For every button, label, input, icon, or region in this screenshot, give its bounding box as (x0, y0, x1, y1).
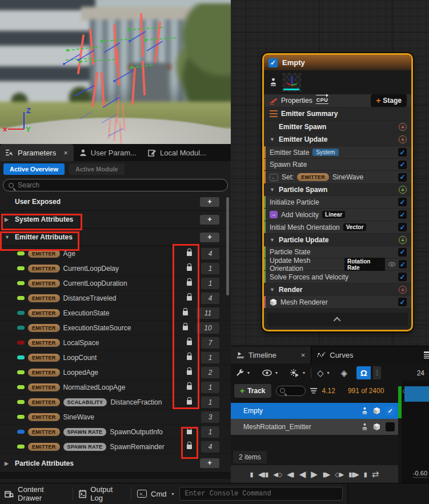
next-key-button[interactable]: ◇▶ (335, 471, 343, 478)
module-update-mesh-orientation[interactable]: Update Mesh Orientation Rotation Rate ✓ (264, 258, 411, 271)
snap-magnet-button[interactable]: Ω (356, 366, 371, 379)
more-options-icon[interactable]: ⋮ (373, 366, 381, 379)
chevron-right-icon[interactable]: ▶ (5, 461, 10, 466)
track-enabled-checkbox[interactable]: ✓ (386, 406, 395, 415)
add-module-icon[interactable]: + (399, 236, 407, 244)
scrollbar[interactable] (226, 197, 229, 295)
section-emitter-spawn[interactable]: Emitter Spawn + (264, 121, 411, 133)
module-spawn-rate[interactable]: Spawn Rate ✓ (264, 159, 411, 171)
console-input[interactable] (185, 490, 338, 498)
loop-icon[interactable]: ⇄ (372, 469, 379, 479)
module-enabled-checkbox[interactable]: ✓ (398, 223, 407, 231)
section-render[interactable]: ▼ Render + (264, 283, 411, 296)
emitter-enabled-checkbox[interactable]: ✓ (268, 58, 278, 67)
add-renderer-icon[interactable]: + (399, 286, 407, 294)
tab-curves[interactable]: Curves (311, 346, 359, 363)
add-stage-button[interactable]: + Stage (371, 94, 407, 107)
properties-row[interactable]: Properties CPU + Stage (264, 94, 411, 107)
chevron-down-icon[interactable]: ▼ (270, 287, 275, 293)
go-to-start-button[interactable]: ▮ (250, 471, 253, 478)
module-solve-forces[interactable]: Solve Forces and Velocity ✓ (264, 271, 411, 283)
cmd-selector[interactable]: >_ Cmd ▾ (137, 490, 174, 498)
cube-icon[interactable] (373, 423, 380, 431)
eye-icon[interactable] (388, 262, 395, 267)
console-command-field[interactable] (179, 487, 343, 501)
person-icon[interactable] (362, 423, 368, 431)
playhead-strip[interactable] (398, 386, 402, 418)
track-search[interactable] (276, 386, 306, 396)
person-icon[interactable] (362, 407, 368, 415)
render-options-icon[interactable] (290, 369, 299, 377)
module-emitter-state[interactable]: Emitter State System ✓ (264, 146, 411, 159)
module-initialize-particle[interactable]: Initialize Particle ✓ (264, 196, 411, 209)
auto-key-icon[interactable]: ◈ (341, 368, 348, 378)
node-collapse-button[interactable] (267, 313, 408, 326)
cpu-badge[interactable]: CPU (316, 97, 329, 104)
add-parameter-button[interactable]: + (200, 233, 219, 242)
emitter-node-header[interactable]: ✓ Empty (264, 55, 411, 70)
tab-timeline[interactable]: Timeline × (231, 346, 311, 363)
preview-viewport[interactable]: Z x Y (0, 0, 231, 144)
jump-back-button[interactable]: ◀▮▮ (258, 471, 268, 478)
module-enabled-checkbox[interactable]: ✓ (398, 298, 407, 306)
section-user-exposed[interactable]: User Exposed + (0, 193, 231, 211)
emitter-node-empty[interactable]: ✓ Empty Properties CPU + Stage Emitter S… (262, 53, 413, 331)
module-enabled-checkbox[interactable]: ✓ (398, 273, 407, 281)
add-module-icon[interactable]: + (399, 135, 407, 143)
play-reverse-button[interactable]: ◀ (299, 469, 306, 479)
content-drawer-button[interactable]: Content Drawer (5, 485, 67, 502)
cube-icon[interactable] (373, 407, 380, 415)
wrench-icon[interactable] (235, 369, 244, 377)
add-parameter-button[interactable]: + (200, 197, 219, 207)
parameter-row[interactable]: EMITTER SineWave 3 (0, 410, 231, 425)
add-parameter-button[interactable]: + (200, 458, 219, 468)
search-input[interactable] (18, 181, 199, 189)
add-track-button[interactable]: + Track (234, 384, 271, 398)
module-enabled-checkbox[interactable]: ✓ (398, 173, 407, 182)
active-overview-button[interactable]: Active Overview (3, 163, 65, 175)
add-parameter-button[interactable]: + (200, 215, 219, 225)
chevron-down-icon[interactable]: ▼ (270, 187, 275, 193)
track-row-meshrotation[interactable]: MeshRotation_Emitter (231, 419, 398, 435)
keyframe-icon[interactable]: ◇ (317, 368, 324, 378)
module-mesh-renderer[interactable]: Mesh Renderer ✓ (264, 296, 411, 309)
module-set-sinewave[interactable]: ← Set: EMITTER SineWave ✓ (264, 171, 411, 184)
add-module-icon[interactable]: + (399, 186, 407, 194)
add-module-icon[interactable]: + (399, 123, 407, 131)
step-back-button[interactable]: ◀▮ (287, 471, 294, 478)
chevron-down-icon[interactable]: ▼ (270, 237, 275, 243)
filter-icon[interactable] (310, 388, 318, 394)
sequencer-icon[interactable] (424, 351, 429, 359)
tab-user-parameters[interactable]: User Param... (74, 144, 142, 161)
section-particle-spawn[interactable]: ▼ Particle Spawn + (264, 184, 411, 196)
emitter-summary-row[interactable]: Emitter Summary (264, 107, 411, 121)
track-enabled-checkbox[interactable] (386, 422, 395, 431)
previous-key-button[interactable]: ◀◇ (273, 471, 282, 478)
section-particle-update[interactable]: ▼ Particle Update + (264, 234, 411, 246)
step-forward-button[interactable]: ▮▶ (323, 471, 330, 478)
active-module-button[interactable]: Active Module (69, 163, 125, 175)
section-emitter-update[interactable]: ▼ Emitter Update + (264, 133, 411, 146)
emitter-thumbnail[interactable] (282, 72, 302, 93)
module-enabled-checkbox[interactable]: ✓ (398, 161, 407, 169)
close-icon[interactable]: × (63, 149, 68, 157)
module-enabled-checkbox[interactable]: ✓ (399, 260, 407, 269)
chevron-down-icon[interactable]: ▼ (270, 137, 275, 142)
tab-parameters[interactable]: Parameters × (0, 144, 74, 161)
parameter-search[interactable] (3, 179, 228, 191)
module-initial-mesh-orientation[interactable]: Initial Mesh Orientation Vector ✓ (264, 221, 411, 234)
jump-forward-button[interactable]: ▮▮▶ (348, 471, 359, 478)
track-row-empty[interactable]: Empty ✓ (231, 403, 398, 419)
tab-local-modules[interactable]: Local Modul... (142, 144, 212, 161)
go-to-end-button[interactable]: ▮ (364, 471, 367, 478)
module-add-velocity[interactable]: → Add Velocity Linear ✓ (264, 209, 411, 221)
module-enabled-checkbox[interactable]: ✓ (398, 148, 407, 157)
eye-icon[interactable] (262, 370, 272, 376)
module-enabled-checkbox[interactable]: ✓ (398, 210, 407, 219)
play-button[interactable]: ▶ (311, 469, 318, 479)
emitter-lane-bar[interactable] (404, 386, 429, 402)
output-log-button[interactable]: Output Log (79, 485, 125, 502)
module-enabled-checkbox[interactable]: ✓ (398, 198, 407, 206)
close-icon[interactable]: × (301, 351, 306, 359)
module-enabled-checkbox[interactable]: ✓ (398, 248, 407, 257)
